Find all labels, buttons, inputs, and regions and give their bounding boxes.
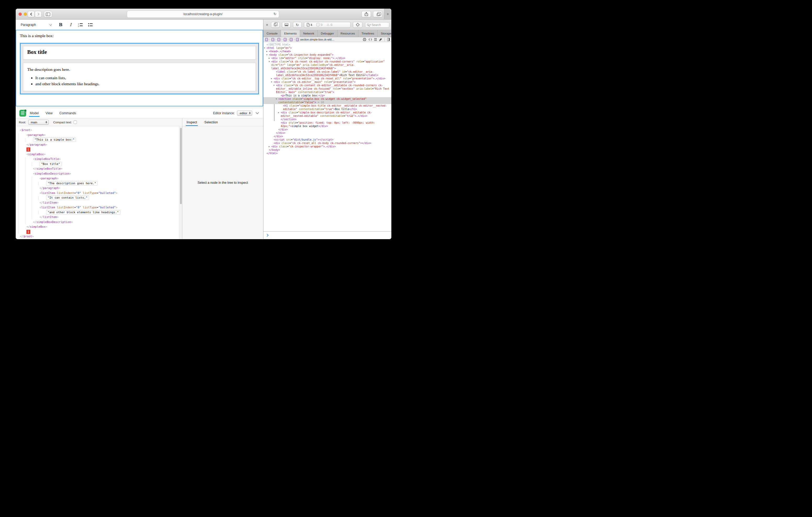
model-tree-line[interactable]: <listItem listIndent="0" listType="bulle…: [18, 191, 182, 196]
bulleted-list-button[interactable]: [87, 22, 94, 28]
element-badge[interactable]: E: [290, 38, 293, 41]
dom-tree-line[interactable]: </div>: [263, 134, 392, 138]
rich-text-editable-area[interactable]: This is a simple box: Box title The desc…: [16, 30, 263, 107]
dock-bottom-button[interactable]: [282, 22, 291, 28]
disclosure-open-icon[interactable]: ▼: [273, 84, 276, 87]
model-tree-line[interactable]: <$root>: [18, 128, 182, 133]
reload-icon[interactable]: ↻: [273, 12, 277, 16]
element-badge[interactable]: E: [277, 38, 281, 41]
description-paragraph[interactable]: The description goes here.: [27, 67, 252, 72]
italic-button[interactable]: I: [67, 22, 74, 28]
dom-tree-line[interactable]: <label class="ck ck-label ck-voice-label…: [263, 70, 392, 77]
element-picker-button[interactable]: [353, 22, 362, 28]
tab-network[interactable]: Network: [300, 30, 318, 37]
element-badge[interactable]: E: [296, 38, 299, 41]
simple-box-description-area[interactable]: The description goes here. It can contai…: [23, 63, 256, 91]
disclosure-open-icon[interactable]: ▼: [269, 60, 271, 63]
dom-tree-line[interactable]: </div>: [263, 128, 392, 131]
element-badge[interactable]: E: [284, 38, 287, 41]
model-tree-line[interactable]: "Box title": [18, 162, 182, 167]
model-tree-line[interactable]: <listItem listIndent="0" listType="bulle…: [18, 205, 182, 210]
model-tree-line[interactable]: </simpleBoxDescription>: [18, 220, 182, 225]
disclosure-open-icon[interactable]: ▼: [276, 97, 278, 101]
tab-selection[interactable]: Selection: [204, 118, 218, 126]
model-tree-line[interactable]: </simpleBoxTitle>: [18, 166, 182, 172]
error-count[interactable]: ! 0: [316, 23, 322, 26]
quick-console[interactable]: [263, 231, 392, 239]
dom-tree-line[interactable]: </html>: [263, 152, 392, 155]
dom-tree-line[interactable]: ▼<html lang="en">: [263, 46, 392, 50]
disclosure-open-icon[interactable]: ▼: [271, 80, 273, 84]
model-tree-line[interactable]: ]: [18, 230, 182, 235]
tab-model[interactable]: Model: [30, 108, 39, 118]
disclosure-open-icon[interactable]: ▼: [264, 46, 267, 50]
model-tree-line[interactable]: </$root>: [18, 234, 182, 239]
compact-text-checkbox[interactable]: [74, 121, 77, 124]
resource-count[interactable]: 4: [307, 23, 312, 26]
details-sidebar-icon[interactable]: [387, 38, 390, 41]
dom-tree-line[interactable]: ▶<div class="ck-inspector-wrapper">…</di…: [263, 145, 392, 148]
collapse-inspector-icon[interactable]: [256, 111, 259, 114]
search-input[interactable]: [372, 23, 385, 26]
list-item[interactable]: It can contain lists,: [35, 75, 252, 80]
devtools-search-field[interactable]: [365, 22, 389, 27]
disclosure-closed-icon[interactable]: ▶: [266, 50, 269, 53]
dom-tree-line[interactable]: ▼<div class="ck ck-content ck-editor__ed…: [263, 84, 392, 94]
box-title-heading[interactable]: Box title: [27, 49, 252, 55]
dom-tree-line[interactable]: ▼<div class="ck ck-reset ck-editor ck-ro…: [263, 60, 392, 70]
dom-tree-line[interactable]: ▼<body class="ck-inspector-body-expanded…: [263, 53, 392, 57]
layout-grid-icon[interactable]: [374, 38, 377, 41]
model-tree-line[interactable]: <paragraph>: [18, 133, 182, 138]
tab-commands[interactable]: Commands: [59, 108, 76, 118]
reload-page-button[interactable]: ↻: [293, 22, 301, 28]
dom-tree-line[interactable]: <p>This is a simple box:</p>: [263, 94, 392, 97]
tab-resources[interactable]: Resources: [338, 30, 358, 37]
tab-overview-button[interactable]: [373, 11, 382, 17]
tab-timelines[interactable]: Timelines: [358, 30, 378, 37]
resource-status-group[interactable]: 4 ! 0 ⚠ 0: [304, 22, 351, 28]
model-tree-line[interactable]: <simpleBox>: [18, 152, 182, 157]
model-tree-line[interactable]: "It can contain lists,": [18, 195, 182, 201]
address-bar[interactable]: localhost/creating-a-plugin/ ↻: [127, 10, 279, 18]
breadcrumb-selected-node[interactable]: section.simple-box.ck-wid…: [300, 38, 334, 41]
sidebar-toggle-button[interactable]: [44, 11, 52, 17]
tab-console[interactable]: Console: [263, 30, 281, 37]
dom-tree-line[interactable]: <div style="position: fixed; top: 0px; l…: [263, 121, 392, 128]
dom-tree-line[interactable]: <script src="dist/bundle.js"></script>: [263, 138, 392, 142]
forward-button[interactable]: [35, 11, 41, 17]
model-tree-line[interactable]: "This is a simple box:": [18, 138, 182, 143]
model-tree-line[interactable]: "and other block elements like headings.…: [18, 210, 182, 215]
show-source-icon[interactable]: [369, 38, 372, 41]
dom-tree-line[interactable]: ▶<div id="editor" style="display: none;"…: [263, 57, 392, 60]
bold-button[interactable]: B: [57, 22, 64, 28]
element-badge[interactable]: E: [265, 38, 268, 41]
paragraph-dropdown[interactable]: Paragraph: [21, 23, 52, 27]
tab-view[interactable]: View: [46, 108, 53, 118]
dom-tree-line[interactable]: ▼<section class="simple-box ck-widget ck…: [263, 97, 392, 104]
dom-tree-line[interactable]: </body>: [263, 148, 392, 152]
tab-debugger[interactable]: Debugger: [318, 30, 338, 37]
tree-scrollbar[interactable]: [179, 126, 182, 239]
model-tree-line[interactable]: <paragraph>: [18, 176, 182, 181]
model-tree-line[interactable]: </listItem>: [18, 215, 182, 220]
print-styles-icon[interactable]: [363, 38, 366, 41]
model-tree-line[interactable]: </paragraph>: [18, 143, 182, 147]
dom-tree-line[interactable]: ▼<div class="ck ck-editor__main" role="p…: [263, 80, 392, 84]
share-button[interactable]: [361, 11, 371, 17]
detach-devtools-button[interactable]: [271, 22, 280, 28]
element-badge[interactable]: E: [271, 38, 274, 41]
list-item[interactable]: and other block elements like headings.: [35, 82, 252, 86]
tab-elements[interactable]: Elements: [281, 30, 300, 37]
tab-storage[interactable]: Storage: [378, 30, 392, 37]
disclosure-open-icon[interactable]: ▼: [266, 53, 269, 57]
tree-scrollbar-thumb[interactable]: [180, 128, 182, 204]
simple-box-title-area[interactable]: Box title: [23, 46, 256, 60]
model-tree-line[interactable]: </listItem>: [18, 201, 182, 206]
dom-tree-line[interactable]: <h1 class="simple-box-title ck-editor__e…: [263, 104, 392, 111]
editor-instance-select[interactable]: editor: [237, 111, 252, 116]
root-select[interactable]: main: [28, 120, 49, 125]
warning-count[interactable]: ⚠ 0: [327, 23, 332, 26]
new-tab-button[interactable]: +: [384, 9, 392, 19]
dom-tree-line[interactable]: </div>: [263, 131, 392, 134]
intro-paragraph[interactable]: This is a simple box:: [20, 33, 259, 38]
